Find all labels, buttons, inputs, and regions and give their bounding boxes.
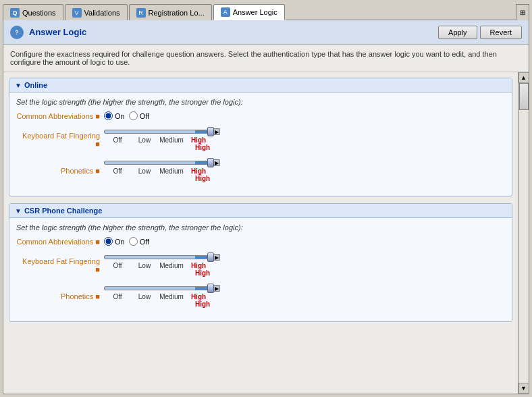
slider-phonetics-online: ▶ Off Low Medium High High xyxy=(104,159,505,182)
section-online-header[interactable]: ▼ Online xyxy=(9,78,512,92)
slider-label-off-phonetics-csr: Off xyxy=(104,293,131,300)
slider-track-phonetics-csr[interactable] xyxy=(104,286,212,290)
section-online-body: Set the logic strength (the higher the s… xyxy=(9,92,512,196)
slider-arrow-kbd-online[interactable]: ▶ xyxy=(213,128,220,135)
setting-row-phonetics-online: Phonetics ■ ▶ Off xyxy=(16,159,505,182)
section-online: ▼ Online Set the logic strength (the hig… xyxy=(9,78,512,196)
slider-labels-kbd-csr: Off Low Medium High xyxy=(104,262,212,269)
slider-label-high-phonetics-online: High xyxy=(185,167,212,175)
slider-arrow-phonetics-online[interactable]: ▶ xyxy=(213,159,220,166)
label-phonetics-online: Phonetics ■ xyxy=(16,167,104,175)
dot-keyboard-fat-online: ■ xyxy=(95,140,100,148)
slider-label-medium-phonetics-csr: Medium xyxy=(158,293,185,300)
slider-label-high-kbd-online: High xyxy=(185,136,212,144)
online-logic-label: Set the logic strength (the higher the s… xyxy=(16,98,505,106)
section-online-collapse-icon[interactable]: ▼ xyxy=(15,82,22,89)
registration-tab-icon: R xyxy=(136,8,146,18)
section-csr-header[interactable]: ▼ CSR Phone Challenge xyxy=(9,204,512,218)
radio-on-csr[interactable]: On xyxy=(104,237,125,246)
slider-track-wrap-phonetics-csr: ▶ xyxy=(104,285,505,292)
slider-thumb-phonetics-csr[interactable] xyxy=(207,284,214,293)
scroll-thumb-area xyxy=(518,83,529,383)
panel-header: ? Answer Logic Apply Revert xyxy=(3,20,529,45)
slider-label-low-phonetics-csr: Low xyxy=(131,293,158,300)
radio-on-input-online[interactable] xyxy=(104,111,113,120)
slider-thumb-phonetics-online[interactable] xyxy=(207,158,214,167)
tab-bar: Q Questions V Validations R Registration… xyxy=(0,0,532,20)
slider-value-phonetics-online: High xyxy=(195,175,505,182)
radio-group-common-abbrev-online: On Off xyxy=(104,111,149,120)
radio-group-common-abbrev-csr: On Off xyxy=(104,237,149,246)
scroll-up-arrow[interactable]: ▲ xyxy=(518,72,529,83)
slider-arrow-phonetics-csr[interactable]: ▶ xyxy=(213,285,220,292)
dot-common-abbrev-csr: ■ xyxy=(95,238,100,246)
scroll-down-arrow[interactable]: ▼ xyxy=(518,383,529,394)
slider-label-off-phonetics-online: Off xyxy=(104,167,131,175)
slider-track-wrap-kbd-online: ▶ xyxy=(104,128,505,135)
slider-label-medium-phonetics-online: Medium xyxy=(158,167,185,175)
label-keyboard-fat-online: Keyboard Fat Fingering ■ xyxy=(16,132,104,148)
slider-track-wrap-phonetics-online: ▶ xyxy=(104,159,505,166)
radio-off-csr[interactable]: Off xyxy=(129,237,149,246)
panel-title: Answer Logic xyxy=(29,27,438,37)
setting-row-common-abbrev-online: Common Abbreviations ■ On Off xyxy=(16,111,505,120)
radio-off-input-csr[interactable] xyxy=(129,237,138,246)
slider-labels-kbd-online: Off Low Medium High xyxy=(104,136,212,144)
scroll-inner: ▼ Online Set the logic strength (the hig… xyxy=(3,72,518,394)
answer-logic-tab-icon: A xyxy=(221,7,230,17)
dot-common-abbrev-online: ■ xyxy=(95,112,100,120)
main-panel: ? Answer Logic Apply Revert Configure th… xyxy=(3,20,529,394)
tab-answer-logic[interactable]: A Answer Logic xyxy=(213,4,285,20)
csr-logic-label: Set the logic strength (the higher the s… xyxy=(16,223,505,232)
slider-label-medium-kbd-online: Medium xyxy=(158,136,185,144)
slider-value-phonetics-csr: High xyxy=(195,300,505,308)
setting-row-phonetics-csr: Phonetics ■ ▶ Off xyxy=(16,285,505,308)
panel-description: Configure the exactness required for cha… xyxy=(3,45,529,72)
apply-button[interactable]: Apply xyxy=(438,26,477,39)
slider-track-kbd-online[interactable] xyxy=(104,130,212,134)
slider-phonetics-csr: ▶ Off Low Medium High High xyxy=(104,285,505,308)
radio-on-input-csr[interactable] xyxy=(104,237,113,246)
setting-row-keyboard-fat-online: Keyboard Fat Fingering ■ ▶ Of xyxy=(16,128,505,151)
slider-label-off-kbd-csr: Off xyxy=(104,262,131,269)
dot-phonetics-csr: ■ xyxy=(95,292,100,300)
label-phonetics-csr: Phonetics ■ xyxy=(16,292,104,300)
slider-label-high-kbd-csr: High xyxy=(185,262,212,269)
validations-tab-icon: V xyxy=(72,8,82,18)
content-area: ▼ Online Set the logic strength (the hig… xyxy=(3,72,529,394)
slider-thumb-kbd-csr[interactable] xyxy=(207,253,214,262)
scroll-thumb[interactable] xyxy=(519,83,529,110)
label-common-abbrev-online: Common Abbreviations ■ xyxy=(16,112,104,120)
slider-label-low-kbd-online: Low xyxy=(131,136,158,144)
radio-on-online[interactable]: On xyxy=(104,111,125,120)
dot-keyboard-fat-csr: ■ xyxy=(95,265,100,273)
side-scrollbar: ▲ ▼ xyxy=(518,72,529,394)
tab-validations[interactable]: V Validations xyxy=(65,4,128,20)
slider-keyboard-fat-csr: ▶ Off Low Medium High High xyxy=(104,254,505,277)
label-common-abbrev-csr: Common Abbreviations ■ xyxy=(16,238,104,246)
revert-button[interactable]: Revert xyxy=(480,26,522,39)
slider-label-low-phonetics-online: Low xyxy=(131,167,158,175)
slider-value-kbd-csr: High xyxy=(195,269,505,277)
setting-row-common-abbrev-csr: Common Abbreviations ■ On Off xyxy=(16,237,505,246)
slider-labels-phonetics-online: Off Low Medium High xyxy=(104,167,212,175)
slider-track-phonetics-online[interactable] xyxy=(104,161,212,165)
dot-phonetics-online: ■ xyxy=(95,167,100,175)
slider-label-off-kbd-online: Off xyxy=(104,136,131,144)
section-csr-body: Set the logic strength (the higher the s… xyxy=(9,218,512,321)
section-csr-collapse-icon[interactable]: ▼ xyxy=(15,207,22,215)
tab-registration-log[interactable]: R Registration Lo... xyxy=(129,4,212,20)
slider-label-low-kbd-csr: Low xyxy=(131,262,158,269)
radio-off-input-online[interactable] xyxy=(129,111,138,120)
tab-questions[interactable]: Q Questions xyxy=(3,4,63,20)
slider-value-kbd-online: High xyxy=(195,144,505,151)
slider-track-kbd-csr[interactable] xyxy=(104,255,212,259)
window-icon[interactable]: ⊞ xyxy=(516,4,529,20)
slider-label-high-phonetics-csr: High xyxy=(185,293,212,300)
panel-header-icon: ? xyxy=(10,26,24,39)
section-csr: ▼ CSR Phone Challenge Set the logic stre… xyxy=(9,203,512,322)
radio-off-online[interactable]: Off xyxy=(129,111,149,120)
slider-thumb-kbd-online[interactable] xyxy=(207,127,214,136)
setting-row-keyboard-fat-csr: Keyboard Fat Fingering ■ ▶ Of xyxy=(16,254,505,277)
slider-arrow-kbd-csr[interactable]: ▶ xyxy=(213,254,220,261)
